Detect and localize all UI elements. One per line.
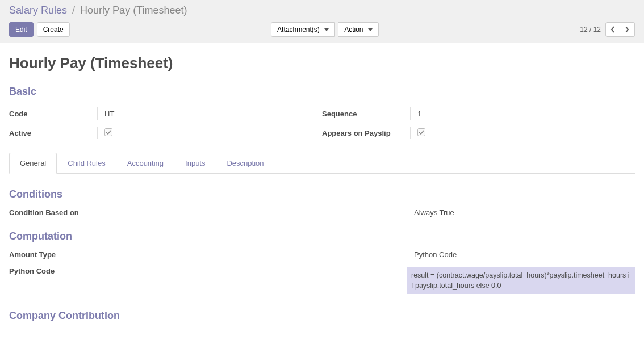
create-button[interactable]: Create — [37, 22, 70, 37]
label-sequence: Sequence — [322, 110, 410, 118]
record-title: Hourly Pay (Timesheet) — [9, 54, 635, 72]
caret-down-icon — [324, 28, 329, 31]
pager-next-button[interactable] — [620, 22, 635, 37]
value-code: HT — [97, 107, 322, 120]
breadcrumb-root-link[interactable]: Salary Rules — [9, 5, 67, 16]
checkbox-active — [104, 128, 112, 138]
attachments-dropdown[interactable]: Attachment(s) — [271, 22, 335, 37]
pager: 12 / 12 — [580, 22, 635, 37]
label-code: Code — [9, 110, 97, 118]
action-dropdown[interactable]: Action — [338, 22, 379, 37]
pager-current: 12 — [580, 26, 587, 33]
value-python-code: result = (contract.wage/payslip.total_ho… — [407, 267, 635, 294]
svg-rect-0 — [105, 128, 112, 136]
tab-child-rules[interactable]: Child Rules — [57, 153, 116, 174]
tab-pane-general: Conditions Condition Based on Always Tru… — [9, 174, 635, 322]
chevron-right-icon — [625, 26, 629, 33]
form-sheet: Hourly Pay (Timesheet) Basic Code HT Seq… — [0, 43, 644, 341]
checkbox-checked-icon — [104, 128, 112, 136]
edit-button[interactable]: Edit — [9, 22, 34, 37]
pager-total: 12 — [593, 26, 601, 33]
tab-inputs[interactable]: Inputs — [174, 153, 216, 174]
pager-sep: / — [588, 26, 593, 33]
control-panel: Salary Rules / Hourly Pay (Timesheet) Ed… — [0, 0, 644, 43]
value-condition-based-on: Always True — [407, 208, 635, 217]
svg-rect-1 — [418, 128, 425, 136]
attachments-label: Attachment(s) — [277, 26, 320, 33]
tab-description[interactable]: Description — [216, 153, 274, 174]
toolbar: Edit Create Attachment(s) Action 12 / 12 — [9, 22, 635, 37]
section-basic-heading: Basic — [9, 86, 635, 98]
checkbox-checked-icon — [417, 128, 425, 136]
value-amount-type: Python Code — [407, 250, 635, 259]
value-sequence: 1 — [410, 107, 635, 120]
section-computation-heading: Computation — [9, 230, 635, 242]
checkbox-appears-on-payslip — [417, 128, 425, 138]
breadcrumb-current: Hourly Pay (Timesheet) — [80, 5, 187, 16]
action-label: Action — [344, 26, 363, 33]
label-python-code: Python Code — [9, 267, 407, 294]
label-active: Active — [9, 129, 97, 137]
label-appears-on-payslip: Appears on Payslip — [322, 129, 410, 137]
tabs: General Child Rules Accounting Inputs De… — [9, 152, 635, 174]
label-amount-type: Amount Type — [9, 250, 407, 259]
section-conditions-heading: Conditions — [9, 188, 635, 200]
tab-general[interactable]: General — [9, 153, 57, 174]
pager-count: 12 / 12 — [580, 26, 601, 33]
section-company-contribution-heading: Company Contribution — [9, 310, 635, 322]
tab-accounting[interactable]: Accounting — [116, 153, 174, 174]
caret-down-icon — [368, 28, 373, 31]
chevron-left-icon — [610, 26, 615, 33]
pager-prev-button[interactable] — [605, 22, 620, 37]
label-condition-based-on: Condition Based on — [9, 208, 407, 217]
breadcrumb-separator: / — [72, 5, 75, 16]
toolbar-center: Attachment(s) Action — [271, 22, 379, 37]
breadcrumb: Salary Rules / Hourly Pay (Timesheet) — [9, 5, 635, 16]
